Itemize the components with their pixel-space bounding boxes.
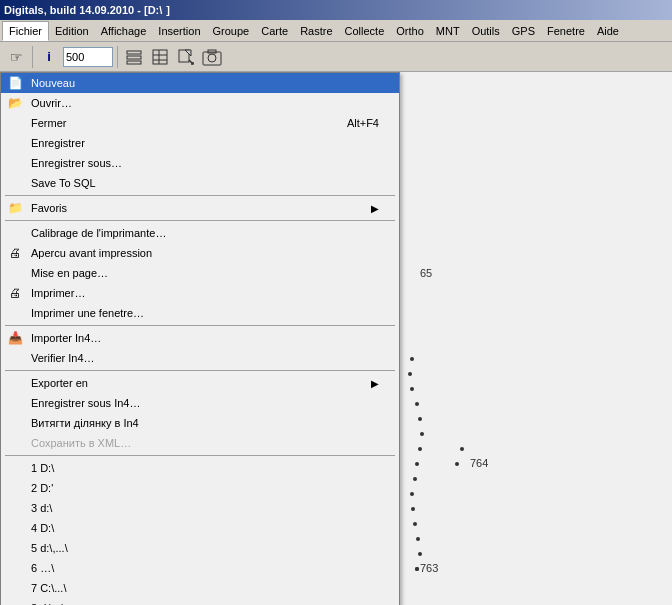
dropdown-separator-17: [5, 370, 395, 371]
map-dot-13: [418, 552, 422, 556]
shortcut-fermer: Alt+F4: [347, 117, 379, 129]
dropdown-item-recent1[interactable]: 1 D:\: [1, 458, 399, 478]
dropdown-item-label-nouveau: Nouveau: [31, 77, 75, 89]
dropdown-item-enregistrer-in4[interactable]: Enregistrer sous In4…: [1, 393, 399, 413]
menu-item-outils[interactable]: Outils: [466, 21, 506, 41]
dropdown-item-label-imprimer-fenetre: Imprimer une fenetre…: [31, 307, 144, 319]
dropdown-item-label-enregistrer-sous: Enregistrer sous…: [31, 157, 122, 169]
dropdown-item-enregistrer[interactable]: Enregistrer: [1, 133, 399, 153]
menu-item-groupe[interactable]: Groupe: [207, 21, 256, 41]
dropdown-item-recent7[interactable]: 7 C:\...\: [1, 578, 399, 598]
dropdown-item-recent2[interactable]: 2 D:': [1, 478, 399, 498]
photo-btn[interactable]: [200, 45, 224, 69]
hand-tool-btn[interactable]: ☞: [4, 45, 28, 69]
table-btn[interactable]: [148, 45, 172, 69]
title-close: ]: [166, 4, 170, 16]
dropdown-item-label-favoris: Favoris: [31, 202, 67, 214]
toolbar: ☞ i: [0, 42, 672, 72]
fichier-dropdown: 📄Nouveau📂Ouvrir…FermerAlt+F4EnregistrerE…: [0, 72, 400, 605]
menu-item-fichier[interactable]: Fichier: [2, 21, 49, 41]
map-dot-4: [418, 417, 422, 421]
dropdown-item-calibrage[interactable]: Calibrage de l'imprimante…: [1, 223, 399, 243]
svg-rect-1: [127, 56, 141, 59]
dropdown-item-label-recent6: 6 …\: [31, 562, 54, 574]
dropdown-item-label-importer: Importer In4…: [31, 332, 101, 344]
map-label-2: 763: [420, 562, 438, 574]
ouvrir-icon: 📂: [5, 95, 25, 111]
dropdown-item-favoris[interactable]: 📁Favoris▶: [1, 198, 399, 218]
dropdown-item-recent8[interactable]: 8 d:\...\: [1, 598, 399, 605]
map-dot-6: [418, 447, 422, 451]
map-dot-8: [413, 477, 417, 481]
dropdown-item-label-vytyahty: Витягти ділянку в In4: [31, 417, 139, 429]
menu-bar: FichierEditionAffichageInsertionGroupeCa…: [0, 20, 672, 42]
favoris-icon: 📁: [5, 200, 25, 216]
submenu-arrow-favoris: ▶: [371, 203, 379, 214]
submenu-arrow-exporter: ▶: [371, 378, 379, 389]
map-dot-5: [420, 432, 424, 436]
dropdown-item-recent6[interactable]: 6 …\: [1, 558, 399, 578]
dropdown-item-recent4[interactable]: 4 D:\: [1, 518, 399, 538]
menu-item-collecte[interactable]: Collecte: [339, 21, 391, 41]
dropdown-item-recent3[interactable]: 3 d:\: [1, 498, 399, 518]
dropdown-separator-8: [5, 220, 395, 221]
dropdown-item-label-recent4: 4 D:\: [31, 522, 54, 534]
title-bar: Digitals, build 14.09.2010 - [D:\ ]: [0, 0, 672, 20]
title-text: Digitals, build 14.09.2010 - [D:\: [4, 4, 162, 16]
dropdown-separator-6: [5, 195, 395, 196]
map-dot-11: [413, 522, 417, 526]
dropdown-item-label-recent2: 2 D:': [31, 482, 53, 494]
toolbar-sep-2: [117, 46, 118, 68]
dropdown-item-label-apercu: Apercu avant impression: [31, 247, 152, 259]
dropdown-item-save-sql[interactable]: Save To SQL: [1, 173, 399, 193]
dropdown-item-label-imprimer: Imprimer…: [31, 287, 85, 299]
menu-item-rastre[interactable]: Rastre: [294, 21, 338, 41]
map-dot-15: [460, 447, 464, 451]
info-btn[interactable]: i: [37, 45, 61, 69]
dropdown-item-mise-en-page[interactable]: Mise en page…: [1, 263, 399, 283]
dropdown-item-imprimer[interactable]: 🖨Imprimer…: [1, 283, 399, 303]
menu-item-fenetre[interactable]: Fenetre: [541, 21, 591, 41]
dropdown-item-label-ouvrir: Ouvrir…: [31, 97, 72, 109]
svg-rect-2: [127, 61, 141, 64]
dropdown-item-label-exporter: Exporter en: [31, 377, 88, 389]
menu-item-gps[interactable]: GPS: [506, 21, 541, 41]
menu-item-edition[interactable]: Edition: [49, 21, 95, 41]
dropdown-item-label-mise-en-page: Mise en page…: [31, 267, 108, 279]
dropdown-item-verifier[interactable]: Verifier In4…: [1, 348, 399, 368]
map-dot-12: [416, 537, 420, 541]
dropdown-item-label-save-xml: Сохранить в XML…: [31, 437, 131, 449]
dropdown-item-apercu[interactable]: 🖨Apercu avant impression: [1, 243, 399, 263]
export-btn[interactable]: [174, 45, 198, 69]
menu-item-ortho[interactable]: Ortho: [390, 21, 430, 41]
dropdown-item-importer[interactable]: 📥Importer In4…: [1, 328, 399, 348]
map-dot-16: [455, 462, 459, 466]
layers-btn[interactable]: [122, 45, 146, 69]
menu-item-aide[interactable]: Aide: [591, 21, 625, 41]
main-area: 📄Nouveau📂Ouvrir…FermerAlt+F4EnregistrerE…: [0, 72, 672, 605]
imprimer-icon: 🖨: [5, 285, 25, 301]
dropdown-item-recent5[interactable]: 5 d:\,...\: [1, 538, 399, 558]
menu-item-affichage[interactable]: Affichage: [95, 21, 153, 41]
dropdown-item-nouveau[interactable]: 📄Nouveau: [1, 73, 399, 93]
dropdown-item-label-recent1: 1 D:\: [31, 462, 54, 474]
dropdown-item-label-enregistrer: Enregistrer: [31, 137, 85, 149]
map-label-1: 764: [470, 457, 488, 469]
map-dot-2: [410, 387, 414, 391]
dropdown-item-ouvrir[interactable]: 📂Ouvrir…: [1, 93, 399, 113]
svg-rect-3: [153, 50, 167, 64]
dropdown-item-imprimer-fenetre[interactable]: Imprimer une fenetre…: [1, 303, 399, 323]
importer-icon: 📥: [5, 330, 25, 346]
dropdown-item-label-save-sql: Save To SQL: [31, 177, 96, 189]
zoom-input[interactable]: [63, 47, 113, 67]
dropdown-item-fermer[interactable]: FermerAlt+F4: [1, 113, 399, 133]
menu-item-carte[interactable]: Carte: [255, 21, 294, 41]
dropdown-item-exporter[interactable]: Exporter en▶: [1, 373, 399, 393]
dropdown-item-label-recent3: 3 d:\: [31, 502, 52, 514]
menu-item-mnt[interactable]: MNT: [430, 21, 466, 41]
dropdown-item-label-verifier: Verifier In4…: [31, 352, 95, 364]
toolbar-sep-1: [32, 46, 33, 68]
menu-item-insertion[interactable]: Insertion: [152, 21, 206, 41]
dropdown-item-enregistrer-sous[interactable]: Enregistrer sous…: [1, 153, 399, 173]
dropdown-item-vytyahty[interactable]: Витягти ділянку в In4: [1, 413, 399, 433]
